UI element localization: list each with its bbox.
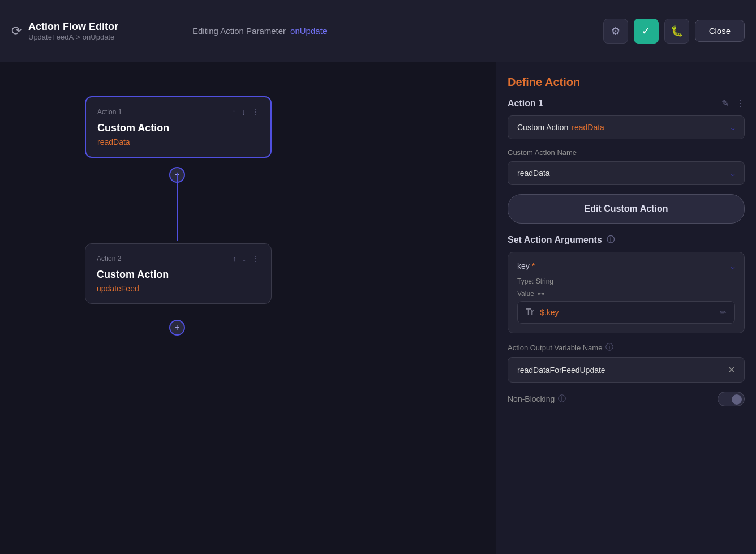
- arg-expand-arrow[interactable]: ⌵: [731, 261, 735, 270]
- add-node-btn-2[interactable]: +: [169, 320, 185, 336]
- node2-header: Action 2 ↑ ↓ ⋮: [97, 254, 260, 263]
- connector-line: [177, 173, 178, 241]
- output-var-clear-icon[interactable]: ✕: [728, 364, 735, 375]
- node1-controls: ↑ ↓ ⋮: [232, 108, 259, 117]
- action-label: Action 1: [508, 98, 543, 109]
- node2-label: Action 2: [97, 255, 121, 263]
- right-panel: Define Action Action 1 ✎ ⋮ Custom Action…: [496, 62, 756, 554]
- custom-action-name-dropdown[interactable]: readData ⌵: [508, 161, 745, 185]
- settings-icon-btn[interactable]: ⚙: [603, 19, 628, 44]
- edit-custom-action-button[interactable]: Edit Custom Action: [508, 194, 745, 224]
- value-mode-icon[interactable]: ⊶: [538, 290, 544, 298]
- param-name: onUpdate: [290, 26, 327, 36]
- arg-value-text: $.key: [540, 308, 559, 317]
- define-action-title: Define Action: [508, 76, 745, 89]
- set-args-info-icon[interactable]: ⓘ: [607, 235, 615, 245]
- breadcrumb-sep: >: [76, 33, 80, 41]
- breadcrumb-part2: onUpdate: [83, 33, 114, 41]
- node2-dots-menu[interactable]: ⋮: [252, 254, 260, 263]
- node1-subtitle: readData: [97, 138, 259, 147]
- output-var-value: readDataForFeedUpdate: [517, 366, 605, 375]
- app-header: ⟳ Action Flow Editor UpdateFeedA > onUpd…: [0, 0, 756, 62]
- toggle-knob: [732, 394, 742, 405]
- action-type-dropdown[interactable]: Custom Action readData ⌵: [508, 115, 745, 139]
- action-icon-group: ✎ ⋮: [721, 98, 745, 109]
- add-icon-2: +: [174, 323, 179, 333]
- non-blocking-label: Non-Blocking ⓘ: [508, 394, 566, 404]
- main-layout: Action 1 ↑ ↓ ⋮ Custom Action readData + …: [0, 62, 756, 554]
- arg-value-left: Tr $.key: [526, 307, 559, 317]
- output-var-info-icon[interactable]: ⓘ: [605, 342, 613, 353]
- breadcrumb-part1: UpdateFeedA: [28, 33, 74, 41]
- argument-card-key: key * ⌵ Type: String Value ⊶ Tr $.key ✏: [508, 252, 745, 333]
- bug-icon-btn[interactable]: 🐛: [664, 19, 689, 44]
- more-options-icon[interactable]: ⋮: [736, 98, 745, 109]
- custom-action-name-arrow: ⌵: [731, 169, 735, 178]
- flow-icon: ⟳: [11, 24, 22, 38]
- editing-label: Editing Action Parameter: [192, 26, 286, 36]
- action-type-value: Custom Action readData: [517, 123, 604, 132]
- arg-value-field: Tr $.key ✏: [517, 301, 735, 324]
- output-var-label: Action Output Variable Name ⓘ: [508, 342, 745, 353]
- action-node-1[interactable]: Action 1 ↑ ↓ ⋮ Custom Action readData: [85, 96, 272, 158]
- arg-value-edit-icon[interactable]: ✏: [720, 308, 727, 317]
- node2-controls: ↑ ↓ ⋮: [233, 254, 260, 263]
- arg-key-row: key * ⌵: [517, 261, 735, 270]
- action-header-row: Action 1 ✎ ⋮: [508, 98, 745, 109]
- node2-down-arrow[interactable]: ↓: [242, 254, 246, 263]
- non-blocking-info-icon[interactable]: ⓘ: [558, 394, 566, 404]
- breadcrumb: UpdateFeedA > onUpdate: [28, 33, 118, 41]
- arg-type-icon: Tr: [526, 307, 534, 317]
- check-icon-btn[interactable]: ✓: [634, 19, 659, 44]
- edit-action-icon[interactable]: ✎: [721, 98, 729, 109]
- arg-required-marker: *: [532, 261, 535, 270]
- node1-header: Action 1 ↑ ↓ ⋮: [97, 108, 259, 117]
- action-type-prefix: Custom Action: [517, 123, 568, 132]
- node1-title: Custom Action: [97, 122, 259, 134]
- arg-type-label: Type: String: [517, 277, 735, 285]
- node2-up-arrow[interactable]: ↑: [233, 254, 237, 263]
- node1-down-arrow[interactable]: ↓: [242, 108, 246, 117]
- arg-value-label: Value ⊶: [517, 290, 735, 298]
- action-node-2[interactable]: Action 2 ↑ ↓ ⋮ Custom Action updateFeed: [85, 243, 272, 304]
- output-var-section: Action Output Variable Name ⓘ readDataFo…: [508, 342, 745, 383]
- non-blocking-row: Non-Blocking ⓘ: [508, 392, 745, 406]
- app-title: Action Flow Editor: [28, 21, 118, 33]
- node1-dots-menu[interactable]: ⋮: [251, 108, 259, 117]
- non-blocking-toggle[interactable]: [718, 392, 745, 406]
- custom-action-name-value: readData: [517, 169, 550, 178]
- header-left: ⟳ Action Flow Editor UpdateFeedA > onUpd…: [11, 0, 181, 62]
- action-type-name: readData: [572, 123, 604, 132]
- node1-up-arrow[interactable]: ↑: [232, 108, 236, 117]
- output-var-input[interactable]: readDataForFeedUpdate ✕: [508, 357, 745, 383]
- header-actions: ⚙ ✓ 🐛 Close: [603, 19, 745, 44]
- custom-action-name-label: Custom Action Name: [508, 148, 745, 157]
- node2-subtitle: updateFeed: [97, 284, 260, 293]
- header-branding: Action Flow Editor UpdateFeedA > onUpdat…: [28, 21, 118, 41]
- node2-title: Custom Action: [97, 269, 260, 281]
- canvas-area: Action 1 ↑ ↓ ⋮ Custom Action readData + …: [0, 62, 496, 554]
- header-center: Editing Action Parameter onUpdate: [192, 26, 592, 36]
- action-dropdown-arrow: ⌵: [731, 123, 735, 132]
- close-button[interactable]: Close: [695, 20, 745, 42]
- node1-label: Action 1: [97, 108, 122, 116]
- set-args-title: Set Action Arguments ⓘ: [508, 235, 745, 245]
- arg-key-label: key *: [517, 261, 535, 270]
